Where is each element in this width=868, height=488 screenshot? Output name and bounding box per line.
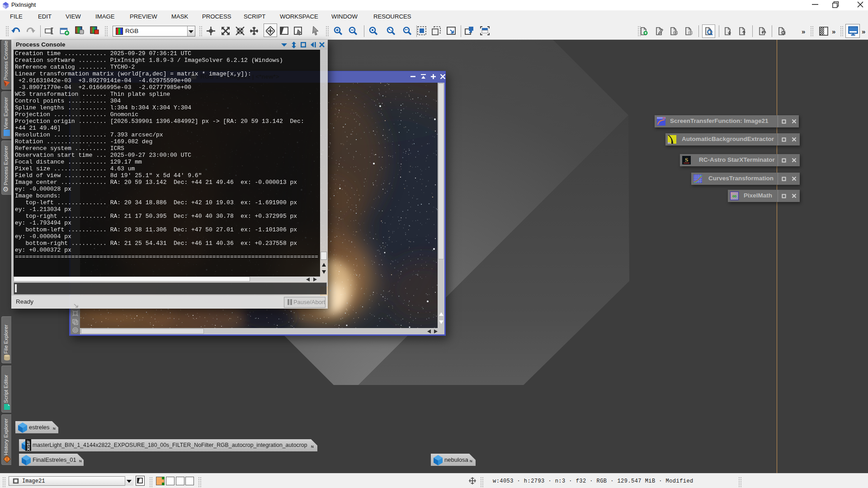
svg-text:S: S — [685, 156, 688, 163]
svg-text:∞: ∞ — [732, 192, 736, 199]
